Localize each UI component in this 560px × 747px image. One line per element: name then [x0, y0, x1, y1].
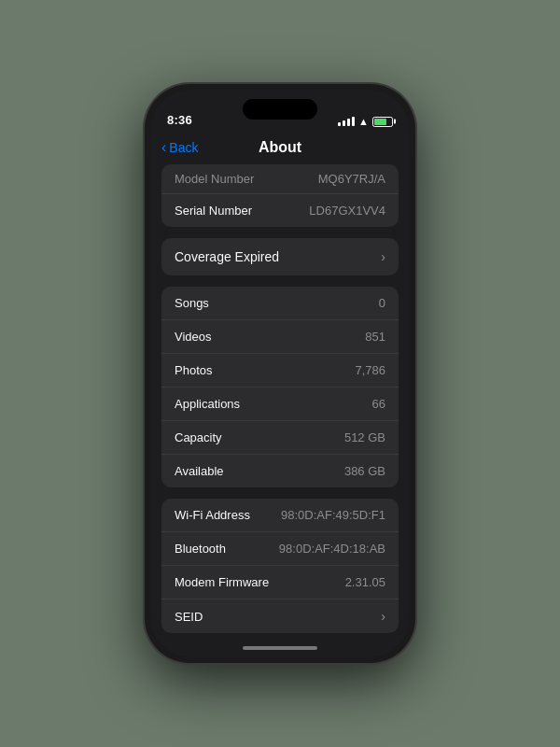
applications-row: Applications 66 [161, 388, 399, 421]
wifi-address-value: 98:0D:AF:49:5D:F1 [281, 508, 385, 522]
modem-firmware-row: Modem Firmware 2.31.05 [161, 566, 399, 599]
wifi-address-row: Wi-Fi Address 98:0D:AF:49:5D:F1 [161, 499, 399, 532]
capacity-row: Capacity 512 GB [161, 421, 399, 455]
modem-firmware-label: Modem Firmware [175, 575, 269, 589]
videos-row: Videos 851 [161, 320, 399, 354]
page-title: About [259, 139, 301, 156]
seid-row[interactable]: SEID › [161, 599, 399, 633]
videos-label: Videos [175, 330, 212, 344]
available-row: Available 386 GB [161, 455, 399, 487]
content-area[interactable]: Model Number MQ6Y7RJ/A Serial Number LD6… [150, 164, 410, 639]
model-number-value: MQ6Y7RJ/A [318, 172, 385, 186]
wifi-icon: ▲ [358, 116, 369, 127]
nav-bar: ‹ Back About [150, 131, 410, 164]
home-indicator [150, 639, 410, 657]
bluetooth-value: 98:0D:AF:4D:18:AB [279, 542, 385, 556]
serial-number-value: LD67GX1VV4 [309, 204, 385, 218]
signal-icon [338, 117, 355, 126]
coverage-row[interactable]: Coverage Expired › [161, 238, 399, 275]
photos-label: Photos [175, 363, 212, 377]
serial-number-row: Serial Number LD67GX1VV4 [161, 194, 399, 227]
capacity-value: 512 GB [344, 430, 385, 444]
back-button[interactable]: ‹ Back [161, 139, 198, 156]
network-section: Wi-Fi Address 98:0D:AF:49:5D:F1 Bluetoot… [161, 499, 399, 633]
photos-value: 7,786 [355, 363, 385, 377]
home-bar [243, 646, 317, 650]
videos-value: 851 [365, 330, 385, 344]
status-time: 8:36 [167, 113, 192, 127]
status-icons: ▲ [338, 116, 393, 127]
model-number-label: Model Number [175, 172, 254, 186]
model-section: Model Number MQ6Y7RJ/A Serial Number LD6… [161, 164, 399, 227]
seid-label: SEID [175, 610, 203, 624]
photos-row: Photos 7,786 [161, 354, 399, 388]
coverage-chevron-icon: › [381, 249, 385, 264]
capacity-label: Capacity [175, 430, 222, 444]
songs-label: Songs [175, 296, 209, 310]
phone-screen: 8:36 ▲ ‹ Back About [150, 90, 410, 657]
phone-frame: 8:36 ▲ ‹ Back About [145, 84, 415, 663]
modem-firmware-value: 2.31.05 [345, 575, 385, 589]
coverage-label: Coverage Expired [175, 249, 279, 264]
bluetooth-row: Bluetooth 98:0D:AF:4D:18:AB [161, 532, 399, 566]
applications-label: Applications [175, 397, 240, 411]
battery-icon [372, 117, 393, 127]
songs-row: Songs 0 [161, 287, 399, 320]
back-label: Back [169, 140, 198, 155]
model-number-row: Model Number MQ6Y7RJ/A [161, 164, 399, 194]
songs-value: 0 [379, 296, 385, 310]
wifi-address-label: Wi-Fi Address [175, 508, 250, 522]
available-label: Available [175, 464, 224, 478]
dynamic-island [243, 99, 317, 120]
applications-value: 66 [372, 397, 385, 411]
available-value: 386 GB [344, 464, 385, 478]
serial-number-label: Serial Number [175, 204, 252, 218]
chevron-left-icon: ‹ [161, 139, 166, 156]
media-section: Songs 0 Videos 851 Photos 7,786 Applicat… [161, 287, 399, 487]
bluetooth-label: Bluetooth [175, 542, 226, 556]
seid-chevron-icon: › [381, 609, 385, 624]
coverage-section: Coverage Expired › [161, 238, 399, 275]
